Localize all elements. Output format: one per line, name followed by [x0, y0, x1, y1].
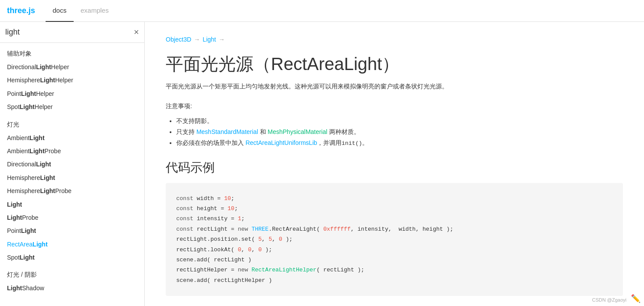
code-block: const width = 10; const height = 10; con…	[166, 183, 623, 296]
close-icon[interactable]: ×	[134, 27, 139, 37]
page-title: 平面光光源（RectAreaLight）	[166, 53, 623, 74]
sidebar: × 辅助对象 DirectionalLightHelper Hemisphere…	[0, 22, 145, 306]
breadcrumb-parent[interactable]: Object3D	[166, 36, 191, 43]
link-meshstandardmaterial[interactable]: MeshStandardMaterial	[196, 128, 258, 135]
breadcrumb-arrow2: →	[219, 36, 225, 43]
section-header-helpers: 辅助对象	[0, 43, 144, 60]
sidebar-item-pointlight[interactable]: PointLight	[0, 224, 144, 237]
code-init: init()	[342, 140, 362, 147]
edit-icon[interactable]: ✏️	[631, 294, 640, 303]
section-header-shadows: 灯光 / 阴影	[0, 264, 144, 281]
code-section-title: 代码示例	[166, 159, 623, 176]
top-nav: three.js docs examples	[0, 0, 644, 22]
bullet-item-1: 不支持阴影。	[176, 116, 623, 127]
notes-title: 注意事项:	[166, 102, 623, 110]
sidebar-item-spotlighthelper[interactable]: SpotLightHelper	[0, 100, 144, 113]
code-line-9: rectLightHelper = new RectAreaLightHelpe…	[176, 265, 612, 275]
brand-logo[interactable]: three.js	[7, 6, 35, 15]
breadcrumb-arrow1: →	[194, 36, 200, 43]
bullet-item-2: 只支持 MeshStandardMaterial 和 MeshPhysicalM…	[176, 127, 623, 137]
code-line-5: rectLight.position.set( 5, 5, 0 );	[176, 234, 612, 244]
section-header-lights: 灯光	[0, 114, 144, 131]
code-line-6: rectLight.lookAt( 0, 0, 0 );	[176, 245, 612, 255]
sidebar-item-pointlighthelper[interactable]: PointLightHelper	[0, 87, 144, 100]
code-line-3: const intensity = 1;	[176, 214, 612, 224]
sidebar-item-directionallight[interactable]: DirectionalLight	[0, 158, 144, 171]
breadcrumb: Object3D → Light →	[166, 36, 623, 43]
search-bar: ×	[0, 22, 144, 43]
sidebar-scroll[interactable]: 辅助对象 DirectionalLightHelper HemisphereLi…	[0, 43, 144, 306]
sidebar-item-directionallighthelper[interactable]: DirectionalLightHelper	[0, 60, 144, 74]
sidebar-item-hemispherelight[interactable]: HemisphereLight	[0, 171, 144, 184]
breadcrumb-current[interactable]: Light	[203, 36, 216, 43]
sidebar-item-rectarealight[interactable]: RectAreaLight	[0, 238, 144, 251]
main-layout: × 辅助对象 DirectionalLightHelper Hemisphere…	[0, 22, 644, 306]
bullet-list: 不支持阴影。 只支持 MeshStandardMaterial 和 MeshPh…	[166, 116, 623, 149]
code-line-1: const width = 10;	[176, 193, 612, 204]
search-input[interactable]	[5, 28, 130, 37]
link-rectarealightuniformslib[interactable]: RectAreaLightUniformsLib	[246, 139, 317, 146]
code-line-4: const rectLight = new THREE.RectAreaLigh…	[176, 224, 612, 234]
sidebar-item-spotlight[interactable]: SpotLight	[0, 251, 144, 264]
tab-docs[interactable]: docs	[46, 0, 74, 22]
attribution: CSDN @Zgaoyi	[592, 297, 626, 302]
link-meshphysicalmaterial[interactable]: MeshPhysicalMaterial	[268, 128, 327, 135]
sidebar-item-hemispherelighthelper[interactable]: HemisphereLightHelper	[0, 74, 144, 87]
code-line-10: scene.add( rectLightHelper )	[176, 275, 612, 285]
tab-examples[interactable]: examples	[74, 0, 116, 22]
code-line-7: scene.add( rectLight )	[176, 255, 612, 265]
sidebar-item-hemispherelightprobe[interactable]: HemisphereLightProbe	[0, 184, 144, 197]
bullet-item-3: 你必须在你的场景中加入 RectAreaLightUniformsLib，并调用…	[176, 137, 623, 148]
sidebar-item-ambientlightprobe[interactable]: AmbientLightProbe	[0, 144, 144, 158]
sidebar-item-light[interactable]: Light	[0, 198, 144, 211]
sidebar-item-lightprobe[interactable]: LightProbe	[0, 211, 144, 224]
sidebar-item-ambientlight[interactable]: AmbientLight	[0, 131, 144, 144]
page-description: 平面光光源从一个矩形平面上均匀地发射光线。这种光源可以用来模拟像明亮的窗户或者条…	[166, 81, 623, 92]
sidebar-item-lightshadow[interactable]: LightShadow	[0, 281, 144, 295]
content-area: Object3D → Light → 平面光光源（RectAreaLight） …	[145, 22, 644, 306]
code-line-2: const height = 10;	[176, 204, 612, 214]
